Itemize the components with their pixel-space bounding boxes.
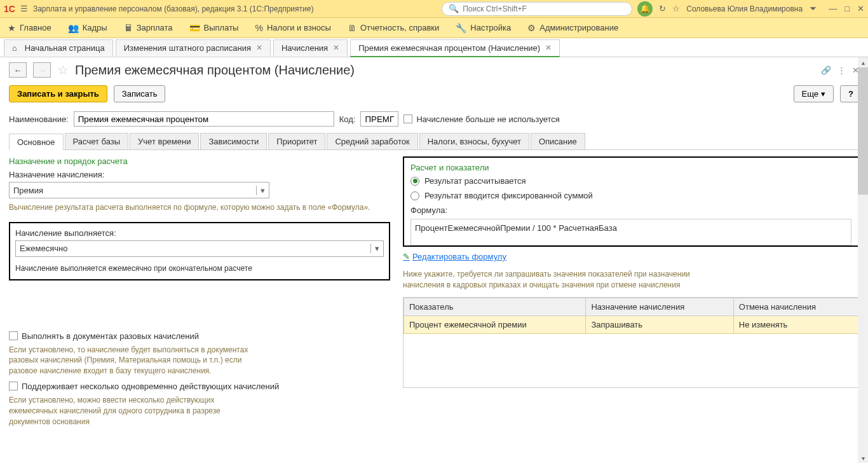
maximize-icon[interactable]: □ [844,4,850,13]
assign-select[interactable]: Премия ▾ [9,182,269,198]
tab-premium[interactable]: Премия ежемесячная процентом (Начисление… [350,39,560,57]
tab-close-icon[interactable]: ✕ [256,43,262,52]
bell-icon[interactable]: 🔔 [637,1,653,17]
tab-close-icon[interactable]: ✕ [545,43,552,52]
doc-title: Премия ежемесячная процентом (Начисление… [75,63,355,78]
name-label: Наименование: [9,114,69,124]
chevron-down-icon[interactable]: ▾ [370,244,383,253]
tab-accruals[interactable]: Начисления✕ [273,39,348,56]
nav-settings[interactable]: 🔧Настройка [456,23,511,33]
nav-reports[interactable]: 🗎Отчетность, справки [348,23,439,33]
scroll-down-icon[interactable]: ▾ [858,453,868,463]
assign-label: Назначение начисления: [9,170,390,179]
link-icon[interactable]: 🔗 [821,66,831,75]
inner-tab-avg[interactable]: Средний заработок [327,133,417,149]
nav-payments[interactable]: 💳Выплаты [189,23,239,33]
indicators-hint: Ниже укажите, требуется ли запрашивать з… [403,269,708,291]
name-code-row: Наименование: Код: Начисление больше не … [0,109,868,133]
code-input[interactable] [360,111,398,127]
content-area: Назначение и порядок расчета Назначение … [0,150,868,433]
scroll-thumb[interactable] [858,67,868,195]
people-icon: 👥 [68,23,79,33]
pencil-icon: ✎ [403,252,410,261]
multiple-label: Поддерживает несколько одновременно дейс… [22,382,279,391]
section-purpose: Назначение и порядок расчета [9,156,390,166]
tab-staff-changes[interactable]: Изменения штатного расписания✕ [116,39,271,56]
exec-select[interactable]: Ежемесячно ▾ [15,240,384,257]
scrollbar[interactable]: ▴ ▾ [858,57,868,463]
radio-calculated-label: Результат рассчитывается [424,176,526,186]
inner-tab-main[interactable]: Основное [9,134,64,150]
chevron-down-icon[interactable]: ▾ [256,186,269,195]
nav-admin[interactable]: ⚙Администрирование [527,23,618,33]
hamburger-icon[interactable]: ☰ [20,4,28,13]
gear-icon: ⚙ [527,23,536,33]
th-indicator: Показатель [404,298,586,315]
user-name: Соловьева Юлия Владимировна [686,4,803,13]
search-input[interactable] [463,4,625,13]
exec-highlight-box: Начисление выполняется: Ежемесячно ▾ Нач… [9,222,390,280]
tab-close-icon[interactable]: ✕ [333,43,339,52]
chevron-down-icon: ▾ [821,89,825,99]
assign-hint: Вычисление результата расчета выполняетс… [9,202,390,213]
document-tabs: ⌂Начальная страница Изменения штатного р… [0,38,868,57]
nav-kadry[interactable]: 👥Кадры [68,23,107,33]
left-column: Назначение и порядок расчета Назначение … [9,156,390,427]
formula-label: Формула: [410,205,851,215]
doc-header: ← → ☆ Премия ежемесячная процентом (Начи… [0,57,868,83]
right-column: Расчет и показатели Результат рассчитыва… [403,156,859,427]
inner-tab-deps[interactable]: Зависимости [200,133,267,149]
nav-main[interactable]: ★Главное [8,23,51,33]
radio-calculated[interactable] [410,177,419,186]
main-nav: ★Главное 👥Кадры 🖩Зарплата 💳Выплаты %Нало… [0,18,868,38]
history-icon[interactable]: ↻ [659,4,666,13]
filter-icon[interactable]: ⏷ [809,4,817,13]
close-icon[interactable]: ✕ [857,4,864,13]
multiple-hint: Если установлено, можно ввести несколько… [9,395,250,427]
wallet-icon: 💳 [189,23,200,33]
name-input[interactable] [74,111,334,127]
search-icon: 🔍 [449,4,459,13]
tab-home[interactable]: ⌂Начальная страница [4,39,113,56]
inner-tab-tax[interactable]: Налоги, взносы, бухучет [419,133,529,149]
save-close-button[interactable]: Записать и закрыть [9,85,107,102]
formula-box: ПроцентЕжемесячнойПремии / 100 * Расчетн… [410,219,851,245]
star-icon[interactable]: ☆ [672,4,680,13]
toolbar: Записать и закрыть Записать Еще▾ ? [0,83,868,109]
calc-icon: 🖩 [124,23,133,33]
title-bar: 1С ☰ Зарплата и управление персоналом (б… [0,0,868,18]
inner-tab-time[interactable]: Учет времени [130,133,199,149]
radio-fixed[interactable] [410,191,419,200]
minimize-icon[interactable]: — [829,4,837,13]
not-used-checkbox[interactable] [403,114,412,123]
single-docs-checkbox[interactable] [9,331,18,340]
code-label: Код: [339,114,356,124]
more-icon[interactable]: ⋮ [837,66,846,75]
search-box[interactable]: 🔍 [442,2,632,16]
doc-icon: 🗎 [348,23,356,33]
nav-back-button[interactable]: ← [9,62,27,78]
radio-fixed-label: Результат вводится фиксированной суммой [424,191,593,200]
inner-tabs: Основное Расчет базы Учет времени Зависи… [9,133,859,150]
inner-tab-desc[interactable]: Описание [531,133,585,149]
exec-hint: Начисление выполняется ежемесячно при ок… [15,263,384,274]
inner-tab-priority[interactable]: Приоритет [268,133,325,149]
save-button[interactable]: Записать [114,85,166,102]
star-nav-icon: ★ [8,23,16,33]
nav-forward-button[interactable]: → [33,62,51,78]
multiple-checkbox[interactable] [9,382,18,390]
edit-formula-link[interactable]: ✎ Редактировать формулу [403,252,859,261]
nav-salary[interactable]: 🖩Зарплата [124,23,173,33]
section-calc: Расчет и показатели [410,163,851,172]
scroll-up-icon[interactable]: ▴ [858,57,868,67]
inner-tab-base[interactable]: Расчет базы [65,133,129,149]
more-button[interactable]: Еще▾ [794,85,834,102]
table-row[interactable]: Процент ежемесячной премии Запрашивать Н… [404,315,858,333]
favorite-icon[interactable]: ☆ [57,62,69,78]
logo-1c: 1С [4,4,15,14]
home-icon: ⌂ [12,43,17,53]
nav-taxes[interactable]: %Налоги и взносы [255,23,331,33]
th-assign: Назначение начисления [586,298,733,315]
help-button[interactable]: ? [840,85,859,102]
single-docs-hint: Если установлено, то начисление будет вы… [9,345,250,377]
